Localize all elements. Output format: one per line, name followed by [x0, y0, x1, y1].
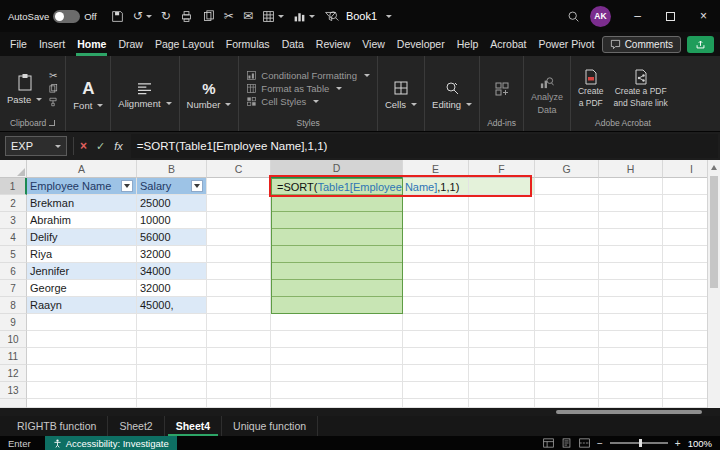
row-header[interactable]: 1 [0, 178, 27, 195]
comments-button[interactable]: Comments [602, 36, 681, 53]
cell[interactable] [599, 331, 663, 348]
cell[interactable] [27, 399, 137, 408]
cell[interactable] [535, 212, 599, 229]
table-header-salary[interactable]: Salary [137, 178, 207, 195]
tab-insert[interactable]: Insert [33, 34, 71, 56]
cell[interactable] [599, 195, 663, 212]
cell-name[interactable]: Brekman [27, 195, 137, 212]
sheet-tab-sheet2[interactable]: Sheet2 [108, 416, 164, 436]
cell[interactable] [535, 263, 599, 280]
cell[interactable] [137, 365, 207, 382]
cell[interactable] [599, 178, 663, 195]
conditional-formatting-button[interactable]: Conditional Formatting [246, 70, 370, 81]
spill-cell[interactable] [271, 229, 403, 246]
cell[interactable] [535, 195, 599, 212]
cells-menu-button[interactable]: Cells [385, 80, 417, 110]
tab-home[interactable]: Home [71, 34, 112, 56]
cell[interactable] [535, 331, 599, 348]
cell[interactable] [207, 365, 271, 382]
cell[interactable] [469, 212, 535, 229]
cell[interactable] [599, 263, 663, 280]
dialog-launcher-icon[interactable] [49, 120, 55, 126]
print-icon[interactable] [180, 10, 193, 23]
row-header[interactable]: 10 [0, 331, 27, 348]
horizontal-scroll-thumb[interactable] [556, 410, 702, 414]
title-search[interactable]: Book1 [328, 10, 392, 22]
cell-salary[interactable]: 56000 [137, 229, 207, 246]
row-header[interactable]: 4 [0, 229, 27, 246]
cell[interactable] [403, 297, 469, 314]
row-header[interactable]: 3 [0, 212, 27, 229]
cell[interactable] [207, 246, 271, 263]
cell[interactable] [137, 382, 207, 399]
format-as-table-button[interactable]: Format as Table [246, 83, 370, 94]
col-header-b[interactable]: B [137, 160, 207, 178]
spill-cell[interactable] [271, 297, 403, 314]
cell[interactable] [137, 314, 207, 331]
cell[interactable] [469, 365, 535, 382]
cell[interactable] [599, 382, 663, 399]
autosave-toggle[interactable]: AutoSave Off [8, 10, 97, 23]
tab-developer[interactable]: Developer [391, 34, 451, 56]
cell[interactable] [271, 331, 403, 348]
cell[interactable] [535, 297, 599, 314]
col-header-a[interactable]: A [27, 160, 137, 178]
cell[interactable] [469, 382, 535, 399]
insert-function-button[interactable]: fx [114, 140, 123, 152]
tab-data[interactable]: Data [276, 34, 310, 56]
name-box[interactable]: EXP [5, 136, 67, 156]
row-header[interactable]: 8 [0, 297, 27, 314]
cell[interactable] [207, 195, 271, 212]
table-icon[interactable] [262, 10, 284, 23]
zoom-level[interactable]: 100% [688, 438, 712, 449]
cell[interactable] [599, 399, 663, 408]
col-header-d[interactable]: D [271, 160, 403, 178]
cell[interactable] [599, 280, 663, 297]
cell[interactable] [535, 365, 599, 382]
paste-button[interactable]: Paste [7, 73, 42, 105]
filter-dropdown-icon[interactable] [191, 180, 203, 192]
enter-button[interactable]: ✓ [96, 140, 105, 153]
tab-page-layout[interactable]: Page Layout [149, 34, 220, 56]
undo-icon[interactable]: ↺ [133, 10, 152, 22]
tab-draw[interactable]: Draw [112, 34, 149, 56]
cell[interactable] [535, 229, 599, 246]
cut-icon[interactable]: ✂ [224, 10, 234, 22]
cell[interactable] [137, 399, 207, 408]
cell[interactable] [271, 348, 403, 365]
cell-salary[interactable]: 25000 [137, 195, 207, 212]
tab-formulas[interactable]: Formulas [220, 34, 276, 56]
col-header-e[interactable]: E [403, 160, 469, 178]
cell[interactable] [207, 348, 271, 365]
spill-cell[interactable] [271, 212, 403, 229]
cell[interactable] [469, 246, 535, 263]
cell[interactable] [535, 399, 599, 408]
cell[interactable] [599, 297, 663, 314]
cell[interactable] [207, 212, 271, 229]
cell[interactable] [535, 382, 599, 399]
number-menu-button[interactable]: % Number [187, 81, 232, 110]
cell-name[interactable]: Abrahim [27, 212, 137, 229]
cell[interactable] [403, 382, 469, 399]
tab-help[interactable]: Help [451, 34, 485, 56]
table-header-employee-name[interactable]: Employee Name [27, 178, 137, 195]
cell[interactable] [599, 212, 663, 229]
cell[interactable] [403, 399, 469, 408]
cell[interactable] [403, 263, 469, 280]
cell-name[interactable]: Riya [27, 246, 137, 263]
cell[interactable] [469, 314, 535, 331]
cell[interactable] [271, 314, 403, 331]
mail-icon[interactable]: ✉ [243, 10, 253, 22]
cell[interactable] [469, 178, 535, 195]
cell[interactable] [27, 314, 137, 331]
cell-name[interactable]: Delify [27, 229, 137, 246]
sheet-tab-sheet4[interactable]: Sheet4 [165, 416, 222, 436]
cell[interactable] [403, 212, 469, 229]
cell[interactable] [535, 348, 599, 365]
zoom-out-button[interactable]: − [597, 438, 603, 449]
cell[interactable] [469, 297, 535, 314]
create-pdf-button[interactable]: Create a PDF [578, 69, 604, 109]
col-header-c[interactable]: C [207, 160, 271, 178]
cell[interactable] [403, 280, 469, 297]
cell[interactable] [535, 178, 599, 195]
